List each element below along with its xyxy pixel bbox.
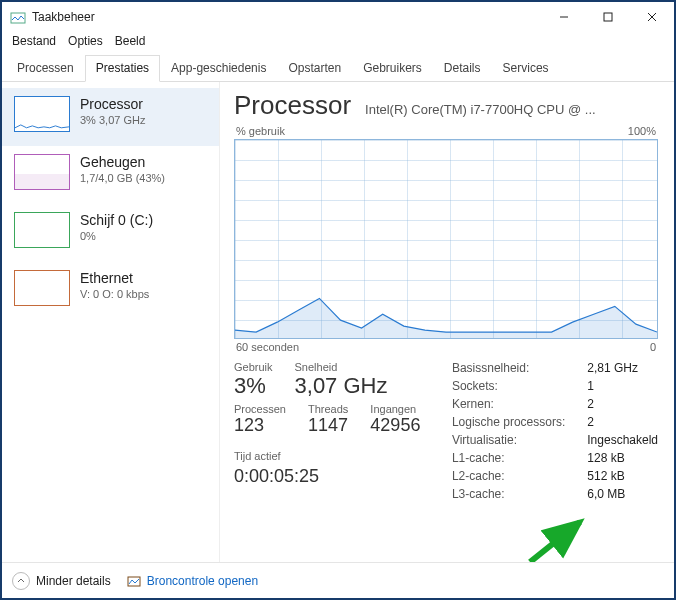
sidebar-item-memory[interactable]: Geheugen 1,7/4,0 GB (43%) bbox=[2, 146, 219, 204]
l2-val: 512 kB bbox=[587, 469, 658, 483]
tab-details[interactable]: Details bbox=[433, 55, 492, 82]
sidebar-eth-sub: V: 0 O: 0 kbps bbox=[80, 288, 149, 300]
sidebar-eth-title: Ethernet bbox=[80, 270, 149, 286]
detail-title: Processor bbox=[234, 90, 351, 121]
menubar: Bestand Opties Beeld bbox=[2, 32, 674, 54]
chart-y-max: 100% bbox=[628, 125, 656, 137]
threads-label: Threads bbox=[308, 403, 348, 415]
sidebar-item-cpu[interactable]: Processor 3% 3,07 GHz bbox=[2, 88, 219, 146]
chart-y-label: % gebruik bbox=[236, 125, 285, 137]
app-icon bbox=[10, 9, 26, 25]
l1-key: L1-cache: bbox=[452, 451, 565, 465]
sidebar-mem-title: Geheugen bbox=[80, 154, 165, 170]
window-title: Taakbeheer bbox=[32, 10, 95, 24]
fewer-details-label: Minder details bbox=[36, 574, 111, 588]
uptime-value: 0:00:05:25 bbox=[234, 466, 420, 487]
processes-value: 123 bbox=[234, 415, 286, 436]
chart-x-right: 0 bbox=[650, 341, 656, 353]
sidebar-cpu-title: Processor bbox=[80, 96, 145, 112]
cpu-model: Intel(R) Core(TM) i7-7700HQ CPU @ ... bbox=[365, 102, 658, 117]
close-button[interactable] bbox=[630, 2, 674, 32]
sidebar: Processor 3% 3,07 GHz Geheugen 1,7/4,0 G… bbox=[2, 82, 220, 562]
tab-services[interactable]: Services bbox=[492, 55, 560, 82]
processes-label: Processen bbox=[234, 403, 286, 415]
fewer-details-button[interactable]: Minder details bbox=[12, 572, 111, 590]
tab-performance[interactable]: Prestaties bbox=[85, 55, 160, 82]
sockets-key: Sockets: bbox=[452, 379, 565, 393]
chevron-up-icon bbox=[12, 572, 30, 590]
cpu-usage-chart[interactable] bbox=[234, 139, 658, 339]
usage-value: 3% bbox=[234, 373, 273, 399]
annotation-arrow-icon bbox=[520, 512, 600, 562]
tab-app-history[interactable]: App-geschiedenis bbox=[160, 55, 277, 82]
threads-value: 1147 bbox=[308, 415, 348, 436]
open-resource-monitor-link[interactable]: Broncontrole openen bbox=[127, 574, 258, 588]
maximize-button[interactable] bbox=[586, 2, 630, 32]
titlebar: Taakbeheer bbox=[2, 2, 674, 32]
bottom-bar: Minder details Broncontrole openen bbox=[2, 562, 674, 598]
cores-key: Kernen: bbox=[452, 397, 565, 411]
tab-startup[interactable]: Opstarten bbox=[277, 55, 352, 82]
disk-thumb-icon bbox=[14, 212, 70, 248]
sidebar-disk-title: Schijf 0 (C:) bbox=[80, 212, 153, 228]
minimize-button[interactable] bbox=[542, 2, 586, 32]
tab-users[interactable]: Gebruikers bbox=[352, 55, 433, 82]
usage-label: Gebruik bbox=[234, 361, 273, 373]
svg-rect-2 bbox=[604, 13, 612, 21]
ethernet-thumb-icon bbox=[14, 270, 70, 306]
detail-pane: Processor Intel(R) Core(TM) i7-7700HQ CP… bbox=[220, 82, 674, 562]
sidebar-item-disk[interactable]: Schijf 0 (C:) 0% bbox=[2, 204, 219, 262]
l2-key: L2-cache: bbox=[452, 469, 565, 483]
cpu-thumb-icon bbox=[14, 96, 70, 132]
menu-file[interactable]: Bestand bbox=[8, 32, 60, 50]
l1-val: 128 kB bbox=[587, 451, 658, 465]
resource-monitor-icon bbox=[127, 574, 141, 588]
speed-value: 3,07 GHz bbox=[295, 373, 388, 399]
sidebar-disk-sub: 0% bbox=[80, 230, 153, 242]
resource-monitor-label: Broncontrole openen bbox=[147, 574, 258, 588]
menu-options[interactable]: Opties bbox=[64, 32, 107, 50]
tab-processes[interactable]: Processen bbox=[6, 55, 85, 82]
logical-key: Logische processors: bbox=[452, 415, 565, 429]
base-speed-val: 2,81 GHz bbox=[587, 361, 658, 375]
cpu-info-table: Basissnelheid: 2,81 GHz Sockets: 1 Kerne… bbox=[452, 361, 658, 501]
virt-val: Ingeschakeld bbox=[587, 433, 658, 447]
cores-val: 2 bbox=[587, 397, 658, 411]
sidebar-cpu-sub: 3% 3,07 GHz bbox=[80, 114, 145, 126]
logical-val: 2 bbox=[587, 415, 658, 429]
l3-key: L3-cache: bbox=[452, 487, 565, 501]
sidebar-mem-sub: 1,7/4,0 GB (43%) bbox=[80, 172, 165, 184]
handles-value: 42956 bbox=[370, 415, 420, 436]
handles-label: Ingangen bbox=[370, 403, 420, 415]
tab-bar: Processen Prestaties App-geschiedenis Op… bbox=[2, 54, 674, 82]
base-speed-key: Basissnelheid: bbox=[452, 361, 565, 375]
uptime-label: Tijd actief bbox=[234, 450, 420, 462]
menu-view[interactable]: Beeld bbox=[111, 32, 150, 50]
memory-thumb-icon bbox=[14, 154, 70, 190]
l3-val: 6,0 MB bbox=[587, 487, 658, 501]
sockets-val: 1 bbox=[587, 379, 658, 393]
chart-x-left: 60 seconden bbox=[236, 341, 299, 353]
svg-line-5 bbox=[530, 522, 580, 562]
speed-label: Snelheid bbox=[295, 361, 388, 373]
sidebar-item-ethernet[interactable]: Ethernet V: 0 O: 0 kbps bbox=[2, 262, 219, 320]
virt-key: Virtualisatie: bbox=[452, 433, 565, 447]
